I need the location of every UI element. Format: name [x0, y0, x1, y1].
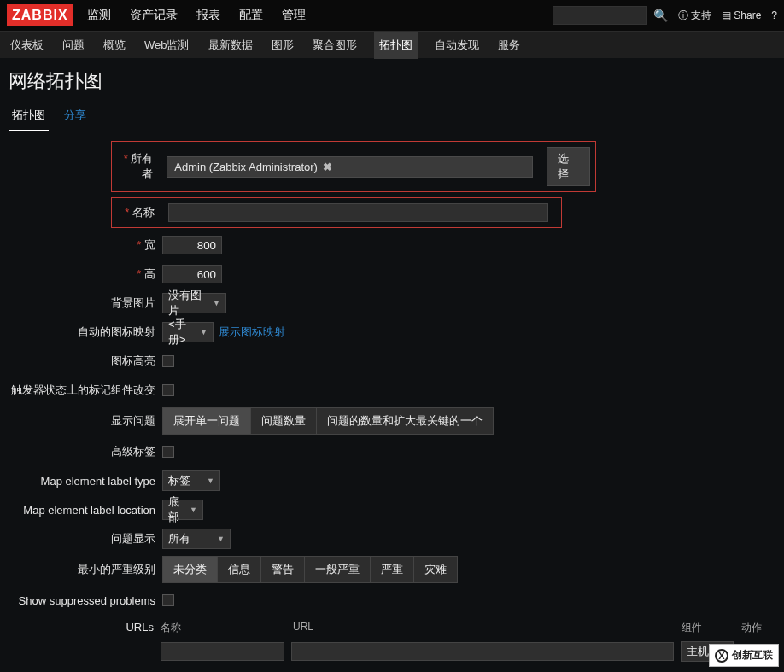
- urls-head: 名称 URL 组件 动作: [161, 617, 775, 639]
- topnav-config[interactable]: 配置: [237, 1, 265, 30]
- width-input[interactable]: [162, 236, 222, 254]
- topnav-reports[interactable]: 报表: [195, 1, 222, 30]
- iconmap-value: <手册>: [168, 317, 191, 348]
- urls-table: 名称 URL 组件 动作 主机 移除 添加: [161, 617, 775, 672]
- subnav-discovery[interactable]: 自动发现: [433, 32, 481, 59]
- urls-label: URLs: [9, 617, 161, 634]
- content: 网络拓扑图 拓扑图 分享 所有者 Admin (Zabbix Administr…: [0, 58, 784, 672]
- minsev-opt-0[interactable]: 未分类: [163, 557, 218, 582]
- advlabel-checkbox[interactable]: [162, 446, 174, 458]
- subnav-graphs[interactable]: 图形: [270, 32, 295, 59]
- subnav-screens[interactable]: 聚合图形: [311, 32, 359, 59]
- minsev-label: 最小的严重级别: [9, 562, 162, 577]
- brand-badge: X 创新互联: [709, 644, 779, 667]
- height-input[interactable]: [162, 265, 222, 283]
- width-label: 宽: [9, 237, 162, 253]
- topnav: 监测 资产记录 报表 配置 管理: [85, 1, 307, 30]
- owner-select-button[interactable]: 选择: [547, 147, 590, 186]
- logo[interactable]: ZABBIX: [7, 4, 73, 26]
- minsev-group: 未分类 信息 警告 一般严重 严重 灾难: [162, 556, 458, 583]
- minsev-opt-3[interactable]: 一般严重: [305, 557, 371, 582]
- search-input[interactable]: [553, 6, 647, 25]
- subnav-problems[interactable]: 问题: [61, 32, 86, 59]
- showprob-opt-1[interactable]: 问题数量: [251, 408, 317, 434]
- bg-label: 背景图片: [9, 295, 162, 311]
- urls-head-name: 名称: [161, 621, 293, 635]
- topnav-inventory[interactable]: 资产记录: [128, 1, 179, 30]
- owner-highlight: 所有者 Admin (Zabbix Administrator) ✖ 选择: [111, 141, 596, 192]
- name-highlight: 名称: [111, 197, 562, 228]
- iconmap-label: 自动的图标映射: [9, 324, 162, 340]
- showprob-opt-0[interactable]: 展开单一问题: [163, 408, 251, 434]
- highlight-checkbox[interactable]: [162, 355, 174, 367]
- minsev-opt-4[interactable]: 严重: [371, 557, 414, 582]
- subnav-dashboard[interactable]: 仪表板: [9, 32, 45, 59]
- labelloc-select[interactable]: 底部: [162, 500, 203, 520]
- subnav: 仪表板 问题 概览 Web监测 最新数据 图形 聚合图形 拓扑图 自动发现 服务: [0, 31, 784, 58]
- page-title: 网络拓扑图: [9, 68, 775, 94]
- form: 所有者 Admin (Zabbix Administrator) ✖ 选择 名称…: [9, 138, 775, 672]
- urls-element-value: 主机: [687, 644, 709, 659]
- urls-head-url: URL: [293, 621, 682, 635]
- trigger-checkbox[interactable]: [162, 384, 174, 396]
- topnav-monitor[interactable]: 监测: [85, 1, 113, 30]
- urls-row: 主机 移除: [161, 639, 775, 664]
- tab-share[interactable]: 分享: [61, 101, 90, 131]
- brand-text: 创新互联: [732, 648, 773, 663]
- tab-map[interactable]: 拓扑图: [9, 101, 49, 131]
- iconmap-show-link[interactable]: 展示图标映射: [219, 324, 285, 340]
- owner-remove-icon[interactable]: ✖: [323, 161, 332, 173]
- bg-select[interactable]: 没有图片: [162, 293, 226, 313]
- suppress-label: Show suppressed problems: [9, 594, 162, 607]
- owner-label: 所有者: [117, 151, 160, 182]
- bg-value: 没有图片: [168, 288, 204, 318]
- urls-name-input[interactable]: [161, 642, 284, 661]
- urls-head-action: 动作: [741, 621, 775, 635]
- subnav-services[interactable]: 服务: [496, 32, 522, 59]
- share-link[interactable]: ▤ Share: [722, 9, 761, 21]
- name-input[interactable]: [168, 203, 548, 222]
- support-label: 支持: [691, 9, 711, 21]
- labelloc-label: Map element label location: [9, 504, 162, 517]
- probdisp-label: 问题显示: [9, 531, 162, 546]
- advlabel-label: 高级标签: [9, 444, 162, 459]
- minsev-opt-1[interactable]: 信息: [218, 557, 261, 582]
- labelloc-value: 底部: [168, 494, 181, 525]
- owner-value: Admin (Zabbix Administrator): [174, 161, 318, 173]
- tabs: 拓扑图 分享: [9, 101, 775, 131]
- probdisp-value: 所有: [168, 531, 190, 546]
- height-label: 高: [9, 266, 162, 282]
- subnav-overview[interactable]: 概览: [102, 32, 127, 59]
- minsev-opt-2[interactable]: 警告: [261, 557, 305, 582]
- labeltype-value: 标签: [168, 473, 190, 488]
- share-label: Share: [734, 9, 761, 21]
- brand-icon: X: [715, 649, 728, 663]
- suppress-checkbox[interactable]: [162, 594, 174, 606]
- support-link[interactable]: ⓘ 支持: [678, 9, 711, 23]
- urls-url-input[interactable]: [291, 642, 674, 661]
- name-label: 名称: [117, 205, 161, 220]
- topbar: ZABBIX 监测 资产记录 报表 配置 管理 🔍 ⓘ 支持 ▤ Share ?: [0, 0, 784, 31]
- highlight-label: 图标高亮: [9, 354, 162, 369]
- showprob-opt-2[interactable]: 问题的数量和扩大最关键的一个: [317, 408, 493, 434]
- topnav-admin[interactable]: 管理: [280, 1, 307, 30]
- minsev-opt-5[interactable]: 灾难: [414, 557, 457, 582]
- showprob-group: 展开单一问题 问题数量 问题的数量和扩大最关键的一个: [162, 407, 494, 435]
- labeltype-label: Map element label type: [9, 475, 162, 488]
- topbar-right: 🔍 ⓘ 支持 ▤ Share ?: [553, 6, 777, 25]
- probdisp-select[interactable]: 所有: [162, 529, 231, 549]
- iconmap-select[interactable]: <手册>: [162, 322, 214, 342]
- search-icon[interactable]: 🔍: [653, 9, 668, 22]
- showprob-label: 显示问题: [9, 413, 162, 429]
- labeltype-select[interactable]: 标签: [162, 470, 220, 491]
- trigger-label: 触发器状态上的标记组件改变: [9, 383, 162, 398]
- owner-tagbox[interactable]: Admin (Zabbix Administrator) ✖: [167, 156, 533, 178]
- help-link[interactable]: ?: [771, 9, 777, 21]
- subnav-latest[interactable]: 最新数据: [207, 32, 255, 59]
- urls-head-element: 组件: [682, 621, 741, 635]
- subnav-web[interactable]: Web监测: [143, 32, 191, 59]
- subnav-maps[interactable]: 拓扑图: [374, 32, 418, 59]
